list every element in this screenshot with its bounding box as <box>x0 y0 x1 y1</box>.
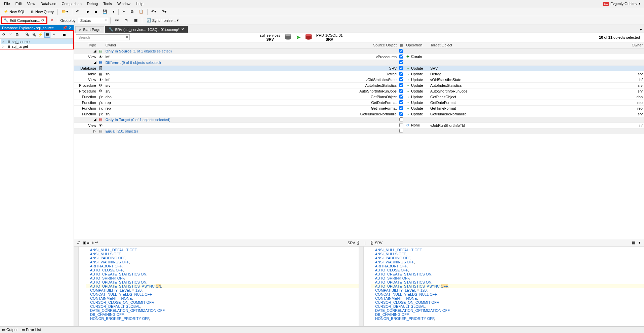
copy-button[interactable]: ⧉ <box>128 8 136 15</box>
expand-icon[interactable]: ▷ <box>2 45 5 48</box>
columns-button[interactable]: ▦ <box>132 17 140 24</box>
group-by-dropdown[interactable]: Status <box>78 18 108 23</box>
table-row[interactable]: Database🗄SRV→ UpdateSRV <box>74 65 644 71</box>
diff-menu-icon[interactable]: ▾ <box>637 240 643 246</box>
clear-search-icon[interactable]: ✕ <box>125 35 128 39</box>
content-area: ⌂ Start Page 🔧 SRV (sql_service...-1CSQL… <box>74 25 644 326</box>
menu-help[interactable]: Help <box>133 1 146 6</box>
error-list-tab[interactable]: ▭ Error List <box>22 328 41 332</box>
close-comparison-button[interactable]: ✕ <box>48 17 56 24</box>
diff-nav-icon[interactable]: ⇵ <box>75 240 81 246</box>
close-tab-icon[interactable]: ✕ <box>181 27 184 32</box>
diff-pane-right[interactable]: ANSI_NULL_DEFAULT OFF, ANSI_NULLS OFF, A… <box>359 247 644 326</box>
diff-side-icon[interactable]: ▣ <box>81 240 87 246</box>
expand-button[interactable]: ⇅ <box>123 17 130 24</box>
menu-edit[interactable]: Edit <box>13 1 25 6</box>
redo-button[interactable]: ↷▾ <box>159 8 169 15</box>
diff-pane-left[interactable]: ANSI_NULL_DEFAULT OFF, ANSI_NULLS OFF, A… <box>74 247 359 326</box>
db-icon: 🗄 <box>356 241 360 245</box>
sidebar-title: Database Explorer - sql_source 📌 ✕ <box>0 25 74 31</box>
svg-point-3 <box>306 34 312 36</box>
table-row[interactable]: Procedure⚙srvAutoIndexStatistics→ Update… <box>74 82 644 88</box>
diff-layout-icon[interactable]: ▦ <box>631 240 637 246</box>
diff-wrap-icon[interactable]: ↵ <box>93 240 99 246</box>
disconnect-all-icon[interactable]: ⚡ <box>38 32 44 38</box>
pin-icon[interactable]: 📌 <box>63 26 67 30</box>
disconnect-icon[interactable]: 🔌 <box>31 32 37 38</box>
refresh-icon[interactable]: ⟳ <box>1 32 7 38</box>
close-panel-icon[interactable]: ✕ <box>69 26 72 30</box>
db-icon: 🗄 <box>370 241 374 245</box>
group-icon[interactable]: ▦ <box>44 32 50 38</box>
new-sql-button[interactable]: ⚡New SQL <box>1 8 28 15</box>
table-row[interactable]: FunctionƒxdboGetPlansObject→ UpdateGetPl… <box>74 94 644 100</box>
filter-button[interactable]: ▿▾ <box>113 17 121 24</box>
dropdown-icon[interactable]: ▾ <box>110 8 117 15</box>
tab-comparison[interactable]: 🔧 SRV (sql_service...-1CSQL-01).scomp* ✕ <box>105 26 188 33</box>
table-row[interactable]: Procedure⚙srvAutoShortInfoRunJobs→ Updat… <box>74 88 644 94</box>
col-source[interactable]: Source Object <box>118 42 398 48</box>
undo-button[interactable]: ↶▾ <box>149 8 159 15</box>
connect-icon[interactable]: 🔌 <box>24 32 30 38</box>
col-owner[interactable]: Owner <box>104 42 118 48</box>
col-owner-target[interactable]: Owner <box>631 42 644 48</box>
menu-debug[interactable]: Debug <box>84 1 100 6</box>
menu-bar: FileEditViewDatabaseComparisonDebugTools… <box>0 0 644 7</box>
undo-nav-button[interactable]: ↶ <box>74 8 81 15</box>
properties-icon[interactable]: ☰ <box>61 32 67 38</box>
menu-database[interactable]: Database <box>38 1 59 6</box>
tree-item-target[interactable]: ▷ 🖥 sql_target <box>1 44 73 49</box>
group-row[interactable]: ◢▤Only in Target (0 of 1 objects selecte… <box>74 117 644 122</box>
col-check[interactable]: ▦ <box>398 42 405 48</box>
menu-file[interactable]: File <box>1 1 13 6</box>
copy-icon[interactable]: ⧉ <box>14 32 20 38</box>
synchronize-button[interactable]: 🔄 Synchronize... ▾ <box>144 17 181 24</box>
col-target[interactable]: Target Object <box>429 42 631 48</box>
open-button[interactable]: 📂▾ <box>59 8 71 15</box>
user-dropdown-icon[interactable]: ▾ <box>639 1 641 6</box>
table-row[interactable]: Table▦srvDefrag→ UpdateDefragsrv <box>74 71 644 77</box>
cut-button[interactable]: ✂ <box>120 8 128 15</box>
table-row[interactable]: View👁infvOldStatisticsState→ UpdatevOldS… <box>74 77 644 82</box>
diff-text-icon[interactable]: a↔b <box>87 240 93 246</box>
group-row[interactable]: ◢▤Only in Source (1 of 1 objects selecte… <box>74 48 644 54</box>
error-icon: ▭ <box>22 328 25 332</box>
diff-left-label: SRV 🗄 <box>348 241 360 245</box>
col-type[interactable]: Type <box>74 42 97 48</box>
table-row[interactable]: View👁⟳ NonevJobRunShortInfoTblinf <box>74 122 644 128</box>
table-row[interactable]: View👁infvProcedures✚ Create <box>74 54 644 60</box>
user-name: Evgeniy Gribkov <box>610 2 637 6</box>
menu-view[interactable]: View <box>25 1 38 6</box>
menu-comparison[interactable]: Comparison <box>59 1 84 6</box>
group-row[interactable]: ◢▤Different (9 of 9 objects selected) <box>74 60 644 65</box>
menu-tools[interactable]: Tools <box>100 1 115 6</box>
search-input[interactable]: Search ✕ <box>76 34 130 40</box>
database-tree[interactable]: ▷ 🖥 sql_source ▷ 🖥 sql_target <box>0 39 74 49</box>
user-area[interactable]: EG Evgeniy Gribkov ▾ <box>603 1 643 6</box>
run-button[interactable]: ▶ <box>84 8 92 15</box>
user-badge: EG <box>603 2 609 6</box>
stop-button[interactable]: ■ <box>92 9 99 15</box>
table-row[interactable]: FunctionƒxrepGetDateFormat→ UpdateGetDat… <box>74 100 644 105</box>
edit-comparison-button[interactable]: 🔧 Edit Comparison... ⟳ <box>1 17 47 24</box>
refresh-icon[interactable]: ⟳ <box>41 18 44 23</box>
tab-overflow-icon[interactable]: ▾ <box>638 27 644 33</box>
output-tab[interactable]: ▭ Output <box>2 328 17 332</box>
group-by-label: Group by: <box>60 18 76 23</box>
tab-start-page[interactable]: ⌂ Start Page <box>75 26 104 33</box>
menu-window[interactable]: Window <box>115 1 133 6</box>
group-row[interactable]: ▷▤Equal (231 objects) <box>74 128 644 134</box>
expand-icon[interactable]: ▷ <box>2 40 5 43</box>
new-query-button[interactable]: 🗎New Query <box>28 9 56 15</box>
paste-button[interactable]: 📋 <box>136 8 146 15</box>
arrow-icon: ➤ <box>296 34 301 41</box>
col-operation[interactable]: Operation <box>405 42 429 48</box>
table-row[interactable]: FunctionƒxsrvGetNumericNormalize→ Update… <box>74 111 644 117</box>
comparison-toolbar: 🔧 Edit Comparison... ⟳ ✕ Group by: Statu… <box>0 16 644 25</box>
filter-icon[interactable]: ▿ <box>51 32 57 38</box>
table-row[interactable]: FunctionƒxrepGetTimeFormat→ UpdateGetTim… <box>74 105 644 111</box>
comparison-grid[interactable]: Type Owner Source Object ▦ Operation Tar… <box>74 42 644 134</box>
save-button[interactable]: 💾 <box>100 8 110 15</box>
delete-icon[interactable]: ✕ <box>7 32 13 38</box>
tree-item-source[interactable]: ▷ 🖥 sql_source <box>1 39 73 44</box>
